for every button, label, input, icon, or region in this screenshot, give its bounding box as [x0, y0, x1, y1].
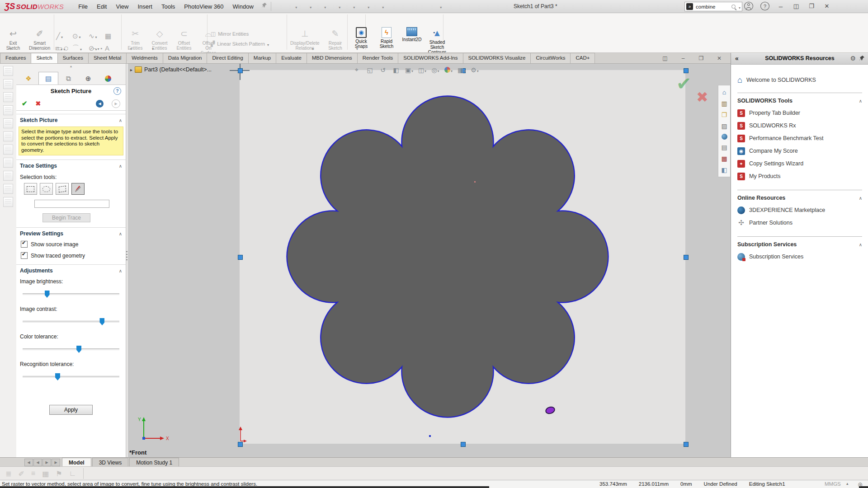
dropdown-arrow[interactable]	[356, 46, 358, 51]
gear-icon[interactable]	[434, 1, 447, 11]
ribbon-tab[interactable]: Direct Editing	[207, 53, 248, 63]
search-input[interactable]	[695, 4, 729, 10]
welcome-link[interactable]: Welcome to SOLIDWORKS	[737, 75, 862, 85]
more-fillet-tools[interactable]	[93, 46, 102, 51]
task-pane-link[interactable]: Performance Benchmark Test	[737, 132, 862, 145]
section-header-preview-settings[interactable]: Preview Settings	[16, 227, 126, 239]
panel-collapse-handle[interactable]	[16, 63, 126, 71]
scene-icon[interactable]	[457, 65, 467, 75]
undo-icon[interactable]	[347, 1, 360, 11]
back-arrow-icon[interactable]	[96, 100, 104, 108]
dropdown-arrow[interactable]	[130, 46, 132, 51]
image-handle-mid-left[interactable]	[238, 255, 243, 260]
select-cursor-icon[interactable]	[376, 1, 389, 11]
ribbon-tab[interactable]: Sketch	[31, 53, 57, 63]
design-library-icon[interactable]	[721, 100, 727, 107]
document-tab[interactable]: Motion Study 1	[129, 458, 179, 467]
ribbon-button[interactable]: Rapid Sketch	[376, 27, 397, 49]
slider-track[interactable]	[23, 321, 119, 323]
task-pane-link[interactable]: My Products	[737, 170, 862, 183]
task-pane-link[interactable]: 3DEXPERIENCE Marketplace	[737, 204, 862, 216]
close-icon[interactable]	[823, 2, 831, 10]
ribbon-tab[interactable]: Markup	[248, 53, 276, 63]
menu-item[interactable]: File	[74, 1, 92, 12]
slider-thumb[interactable]	[45, 291, 50, 298]
cancel-x-icon[interactable]	[36, 100, 41, 107]
splitter-grip[interactable]	[126, 251, 127, 261]
restore-doc-icon[interactable]	[697, 54, 705, 62]
slider[interactable]	[23, 291, 119, 298]
expand-arrow-icon[interactable]	[130, 66, 132, 73]
task-home-icon[interactable]	[722, 89, 726, 96]
ribbon-button[interactable]: Trim Entities	[125, 28, 146, 53]
task-pane-link[interactable]: Copy Settings Wizard	[737, 157, 862, 170]
menu-item[interactable]: Edit	[92, 1, 111, 12]
traced-flower-shape[interactable]	[287, 96, 609, 418]
redo-icon[interactable]	[362, 1, 375, 11]
feature-tree-node[interactable]: Part3 (Default<<Default>...	[130, 66, 212, 73]
sketch-entity-tool[interactable]	[89, 30, 105, 42]
display-style-icon[interactable]	[417, 65, 427, 75]
rail-appearances-icon[interactable]	[722, 134, 727, 140]
slider-track[interactable]	[23, 293, 119, 296]
task-pane-link[interactable]: Property Tab Builder	[737, 107, 862, 119]
more-rectangle-tools[interactable]	[55, 46, 68, 52]
ribbon-tab[interactable]: Evaluate	[276, 53, 307, 63]
pane-chart-icon[interactable]	[721, 155, 727, 162]
ribbon-tab[interactable]: Features	[0, 53, 31, 63]
gear-icon[interactable]	[850, 55, 856, 62]
sketch-entity-tool[interactable]	[105, 42, 121, 53]
close-doc-icon[interactable]	[715, 54, 723, 62]
ribbon-button[interactable]: Display/Delete Relations	[290, 28, 319, 51]
home-icon[interactable]	[275, 1, 288, 11]
custom-properties-icon[interactable]	[721, 144, 727, 151]
show-pane-icon[interactable]	[661, 54, 669, 62]
help-icon[interactable]	[113, 87, 121, 95]
ribbon-row-button[interactable]: Linear Sketch Pattern	[211, 40, 269, 47]
task-pane-link[interactable]: Partner Solutions	[737, 216, 862, 229]
dropdown-arrow[interactable]	[34, 46, 36, 51]
slider[interactable]	[23, 318, 119, 325]
ribbon-row-button[interactable]: Mirror Entities	[211, 30, 269, 38]
menu-item[interactable]: Insert	[133, 1, 157, 12]
view-palette-icon[interactable]	[721, 122, 727, 130]
trace-color-field[interactable]	[34, 200, 109, 208]
zoom-fit-icon[interactable]	[352, 65, 362, 75]
image-handle-top-left[interactable]	[238, 68, 243, 73]
last-icon[interactable]	[52, 459, 60, 466]
section-view-icon[interactable]	[391, 65, 401, 75]
ribbon-button[interactable]: Exit Sketch	[3, 28, 24, 51]
ribbon-tab[interactable]: Render Tools	[357, 53, 399, 63]
checkbox[interactable]	[21, 252, 28, 259]
previous-icon[interactable]	[33, 459, 42, 466]
units-dropdown-icon[interactable]	[846, 481, 849, 486]
sketch-entity-tool[interactable]	[56, 30, 72, 42]
section-header-trace-settings[interactable]: Trace Settings	[16, 160, 126, 171]
selection-tool-button[interactable]	[71, 183, 85, 195]
ribbon-button[interactable]: Repair Sketch	[325, 28, 345, 51]
slider-track[interactable]	[23, 376, 119, 378]
selection-tool-button[interactable]	[40, 183, 53, 195]
section-header-sketch-picture[interactable]: Sketch Picture	[16, 114, 126, 125]
pin-toolbar-icon[interactable]	[262, 2, 267, 10]
menu-item[interactable]: View	[111, 1, 133, 12]
units-label[interactable]: MMGS	[825, 481, 841, 487]
sketch-entity-tool[interactable]	[72, 42, 89, 53]
panel-tab[interactable]	[58, 72, 78, 84]
hide-show-icon[interactable]	[430, 65, 440, 75]
slider[interactable]	[23, 373, 119, 380]
next-icon[interactable]	[42, 459, 51, 466]
user-icon[interactable]	[744, 2, 753, 10]
ribbon-tab[interactable]: SOLIDWORKS Visualize	[463, 53, 531, 63]
ribbon-tab[interactable]: Data Migration	[163, 53, 208, 63]
selection-tool-button[interactable]	[56, 183, 69, 195]
ribbon-button[interactable]: Shaded Sketch Contours	[427, 27, 448, 53]
image-handle-bottom-mid[interactable]	[461, 442, 466, 447]
panel-tab[interactable]	[38, 72, 58, 84]
search-box[interactable]	[684, 2, 742, 11]
dropdown-arrow[interactable]	[312, 46, 314, 51]
image-handle-mid-right[interactable]	[684, 255, 689, 260]
selection-tool-button[interactable]	[24, 183, 37, 195]
save-icon[interactable]	[318, 1, 331, 11]
ribbon-tab[interactable]: Weldments	[126, 53, 163, 63]
